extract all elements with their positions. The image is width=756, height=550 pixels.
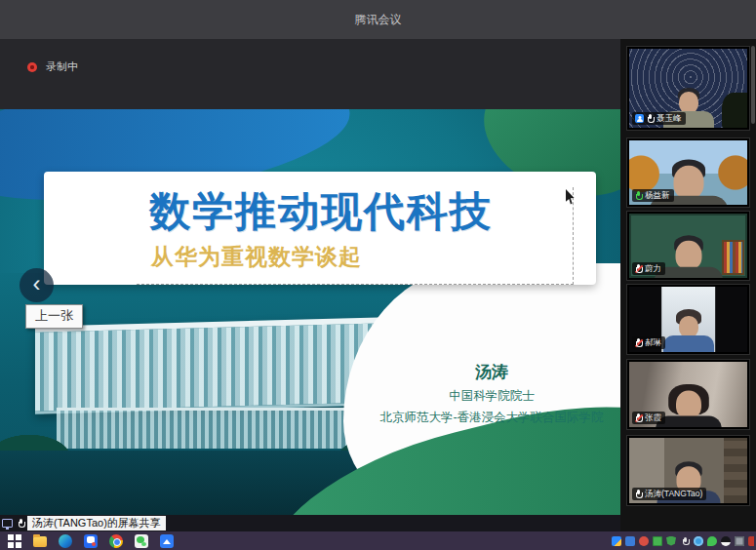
participant-name-badge: 张霞 xyxy=(632,412,665,424)
file-explorer-icon[interactable] xyxy=(33,536,47,547)
tray-display-icon[interactable] xyxy=(735,536,744,546)
microphone-muted-icon xyxy=(635,413,642,422)
tray-qq-icon[interactable] xyxy=(721,536,731,546)
participant-video: 张霞 xyxy=(629,362,747,427)
taskbar-apps xyxy=(0,534,174,548)
participant-name: 蔚力 xyxy=(645,264,661,273)
participant-name: 杨益新 xyxy=(645,191,670,200)
microphone-icon xyxy=(635,490,642,498)
shared-slide: 数学推动现代科技 从华为重视数学谈起 汤涛 中国科学院院士 北京师范大学-香港浸… xyxy=(0,109,620,515)
prev-slide-button[interactable]: ‹ xyxy=(20,268,54,302)
participant-video: 汤涛(TANGTao) xyxy=(629,438,747,503)
participant-tile[interactable]: 蔚力 xyxy=(626,211,750,281)
blue-docs-icon[interactable] xyxy=(160,534,174,548)
presenter-title: 中国科学院院士 xyxy=(369,388,615,405)
participant-name: 汤涛(TANGTao) xyxy=(645,490,702,498)
tray-blue-app-icon[interactable] xyxy=(625,536,635,546)
tray-green-clover-icon[interactable] xyxy=(653,536,662,546)
microphone-active-icon xyxy=(635,191,642,200)
participant-video: 郝琳 xyxy=(629,287,747,352)
recording-indicator: 录制中 xyxy=(27,59,78,74)
recording-label: 录制中 xyxy=(46,59,78,74)
participant-tile[interactable]: 汤涛(TANGTao) xyxy=(626,435,750,506)
participants-panel: 聂玉峰 杨益新 蔚力 xyxy=(620,39,756,531)
microphone-icon xyxy=(647,114,654,123)
screen-share-icon xyxy=(2,519,13,528)
tencent-meeting-window: 腾讯会议 录制中 数学推动现代科技 从华为重视数学谈起 汤涛 中国科学院院士 北… xyxy=(0,0,756,550)
tray-microphone-icon[interactable] xyxy=(680,536,690,546)
participant-tile[interactable]: 郝琳 xyxy=(626,284,750,355)
system-tray xyxy=(612,536,756,546)
participant-tile[interactable]: 聂玉峰 xyxy=(626,46,750,131)
recording-icon xyxy=(27,62,37,72)
start-button[interactable] xyxy=(8,534,21,548)
participant-name-badge: 杨益新 xyxy=(632,189,674,202)
participant-tile[interactable]: 张霞 xyxy=(626,359,750,430)
tray-shield-icon[interactable] xyxy=(666,536,676,546)
chrome-icon[interactable] xyxy=(109,534,123,548)
window-title: 腾讯会议 xyxy=(355,12,402,28)
participant-name-badge: 蔚力 xyxy=(632,262,665,275)
placeholder-dashed-border xyxy=(137,187,574,285)
presenter-name: 汤涛 xyxy=(369,361,615,383)
participant-name: 聂玉峰 xyxy=(657,114,682,123)
sidebar-scrollbar[interactable] xyxy=(751,46,755,124)
presenter-block: 汤涛 中国科学院院士 北京师范大学-香港浸会大学联合国际学院 xyxy=(369,361,615,426)
share-banner-label: 汤涛(TANGTao)的屏幕共享 xyxy=(27,516,166,530)
participant-name-badge: 汤涛(TANGTao) xyxy=(632,488,706,500)
share-mic-icon xyxy=(18,519,24,528)
participant-tile[interactable]: 杨益新 xyxy=(626,138,750,208)
tray-tencent-meeting-icon[interactable] xyxy=(612,536,621,546)
share-banner: 汤涛(TANGTao)的屏幕共享 xyxy=(0,515,620,531)
tray-red-app-icon[interactable] xyxy=(639,536,649,546)
tray-red-edge-icon[interactable] xyxy=(748,536,754,546)
window-titlebar: 腾讯会议 xyxy=(0,0,756,39)
edge-icon[interactable] xyxy=(59,534,72,548)
member-icon xyxy=(635,114,644,123)
taskbar xyxy=(0,531,756,550)
participant-name-badge: 郝琳 xyxy=(632,336,665,349)
prev-slide-tooltip: 上一张 xyxy=(25,304,83,329)
participant-name: 张霞 xyxy=(645,413,661,422)
participant-video: 蔚力 xyxy=(629,214,747,278)
participant-video: 杨益新 xyxy=(629,140,747,205)
wechat-icon[interactable] xyxy=(135,534,148,548)
participant-name: 郝琳 xyxy=(645,338,661,347)
participant-name-badge: 聂玉峰 xyxy=(632,112,686,125)
participant-video: 聂玉峰 xyxy=(629,49,747,128)
tencent-meeting-icon[interactable] xyxy=(84,534,98,548)
presenter-affiliation: 北京师范大学-香港浸会大学联合国际学院 xyxy=(369,410,615,426)
microphone-muted-icon xyxy=(635,338,642,347)
tray-blue-globe-icon[interactable] xyxy=(694,536,703,546)
tray-green-chat-icon[interactable] xyxy=(707,536,717,546)
microphone-muted-icon xyxy=(635,264,642,273)
